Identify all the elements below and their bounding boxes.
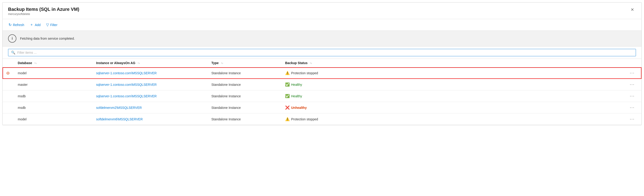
row-icon-cell: [2, 90, 14, 102]
row-actions: ···: [623, 114, 642, 125]
instance-link[interactable]: sqlserver-1.contoso.com\MSSQLSERVER: [96, 83, 157, 86]
row-icon-cell: [2, 114, 14, 125]
row-actions: ···: [623, 102, 642, 114]
row-actions: ···: [623, 67, 642, 79]
more-actions-button[interactable]: ···: [628, 93, 636, 99]
row-type: Standalone Instance: [208, 79, 282, 90]
filter-bar: 🔍: [2, 46, 642, 59]
row-type: Standalone Instance: [208, 67, 282, 79]
table-row[interactable]: mastersqlserver-1.contoso.com\MSSQLSERVE…: [2, 79, 642, 90]
info-bar: i Fetching data from service completed.: [2, 31, 642, 46]
row-database: msdb: [14, 102, 92, 114]
row-database: model: [14, 114, 92, 125]
row-actions: ···: [623, 90, 642, 102]
row-backup-status: ✅Healthy: [282, 90, 623, 102]
row-type: Standalone Instance: [208, 102, 282, 114]
row-type: Standalone Instance: [208, 114, 282, 125]
refresh-label: Refresh: [13, 23, 24, 27]
row-actions: ···: [623, 79, 642, 90]
table-row[interactable]: ⊖modelsqlserver-1.contoso.com\MSSQLSERVE…: [2, 67, 642, 79]
row-instance[interactable]: sqlserver-1.contoso.com\MSSQLSERVER: [92, 67, 208, 79]
col-type: Type ↑↓: [208, 59, 282, 67]
status-text: Healthy: [291, 83, 302, 86]
table-header-row: Database ↑↓ Instance or AlwaysOn AG ↑↓ T…: [2, 59, 642, 67]
status-text: Protection stopped: [291, 71, 318, 75]
table-row[interactable]: msdbsqlserver-1.contoso.com\MSSQLSERVERS…: [2, 90, 642, 102]
row-instance[interactable]: sqlserver-1.contoso.com\MSSQLSERVER: [92, 79, 208, 90]
panel-subtitle: mercurysoftdelete: [8, 12, 79, 16]
info-icon: i: [8, 34, 16, 43]
sort-database-icon[interactable]: ↑↓: [34, 62, 37, 64]
col-backup-status: Backup Status ↑↓: [282, 59, 623, 67]
refresh-button[interactable]: ↻ Refresh: [8, 22, 25, 28]
healthy-icon: ✅: [285, 94, 290, 98]
add-icon: ＋: [30, 22, 34, 27]
filter-input[interactable]: [17, 51, 633, 54]
status-text: Protection stopped: [291, 117, 318, 121]
filter-input-wrap: 🔍: [8, 49, 636, 56]
col-database: Database ↑↓: [14, 59, 92, 67]
row-backup-status: ⚠️Protection stopped: [282, 114, 623, 125]
row-database: msdb: [14, 90, 92, 102]
add-button[interactable]: ＋ Add: [29, 22, 41, 28]
sort-type-icon[interactable]: ↑↓: [221, 62, 223, 64]
filter-label: Filter: [50, 23, 58, 27]
instance-link[interactable]: sofdelmervm2\MSSQLSERVER: [96, 106, 142, 110]
info-message: Fetching data from service completed.: [20, 37, 75, 40]
table-row[interactable]: modelsoftdelmervm6\MSSQLSERVERStandalone…: [2, 114, 642, 125]
row-database: master: [14, 79, 92, 90]
row-instance[interactable]: sofdelmervm2\MSSQLSERVER: [92, 102, 208, 114]
error-icon: ❌: [285, 106, 290, 110]
search-icon: 🔍: [11, 50, 16, 55]
table-row[interactable]: msdbsofdelmervm2\MSSQLSERVERStandalone I…: [2, 102, 642, 114]
row-backup-status: ⚠️Protection stopped: [282, 67, 623, 79]
more-actions-button[interactable]: ···: [628, 70, 636, 76]
toolbar: ↻ Refresh ＋ Add ▽ Filter: [2, 19, 642, 31]
backup-items-table: Database ↑↓ Instance or AlwaysOn AG ↑↓ T…: [2, 59, 642, 125]
instance-link[interactable]: sqlserver-1.contoso.com\MSSQLSERVER: [96, 94, 157, 98]
refresh-icon: ↻: [8, 22, 12, 27]
instance-link[interactable]: sqlserver-1.contoso.com\MSSQLSERVER: [96, 71, 157, 75]
main-panel: Backup Items (SQL in Azure VM) mercuryso…: [2, 2, 642, 125]
row-icon-cell: [2, 79, 14, 90]
row-instance[interactable]: softdelmervm6\MSSQLSERVER: [92, 114, 208, 125]
sort-instance-icon[interactable]: ↑↓: [138, 62, 140, 64]
row-type: Standalone Instance: [208, 90, 282, 102]
healthy-icon: ✅: [285, 82, 290, 87]
close-button[interactable]: ✕: [629, 7, 636, 13]
row-instance[interactable]: sqlserver-1.contoso.com\MSSQLSERVER: [92, 90, 208, 102]
status-text: Healthy: [291, 94, 302, 98]
panel-title-group: Backup Items (SQL in Azure VM) mercuryso…: [8, 7, 79, 16]
stop-icon: ⊖: [6, 70, 10, 76]
row-icon-cell: [2, 102, 14, 114]
col-actions: [623, 59, 642, 67]
col-instance: Instance or AlwaysOn AG ↑↓: [92, 59, 208, 67]
sort-status-icon[interactable]: ↑↓: [310, 62, 312, 64]
panel-title: Backup Items (SQL in Azure VM): [8, 7, 79, 12]
instance-link[interactable]: softdelmervm6\MSSQLSERVER: [96, 117, 143, 121]
table-wrap: Database ↑↓ Instance or AlwaysOn AG ↑↓ T…: [2, 59, 642, 125]
warning-icon: ⚠️: [285, 117, 290, 121]
panel-header: Backup Items (SQL in Azure VM) mercuryso…: [2, 2, 642, 19]
more-actions-button[interactable]: ···: [628, 116, 636, 122]
more-actions-button[interactable]: ···: [628, 82, 636, 88]
row-backup-status: ❌Unhealthy: [282, 102, 623, 114]
row-backup-status: ✅Healthy: [282, 79, 623, 90]
row-database: model: [14, 67, 92, 79]
add-label: Add: [35, 23, 40, 27]
col-icon: [2, 59, 14, 67]
status-text: Unhealthy: [291, 106, 307, 110]
more-actions-button[interactable]: ···: [628, 105, 636, 110]
row-icon-cell: ⊖: [2, 67, 14, 79]
warning-icon: ⚠️: [285, 71, 290, 75]
filter-button[interactable]: ▽ Filter: [46, 22, 58, 28]
filter-icon: ▽: [46, 22, 49, 27]
